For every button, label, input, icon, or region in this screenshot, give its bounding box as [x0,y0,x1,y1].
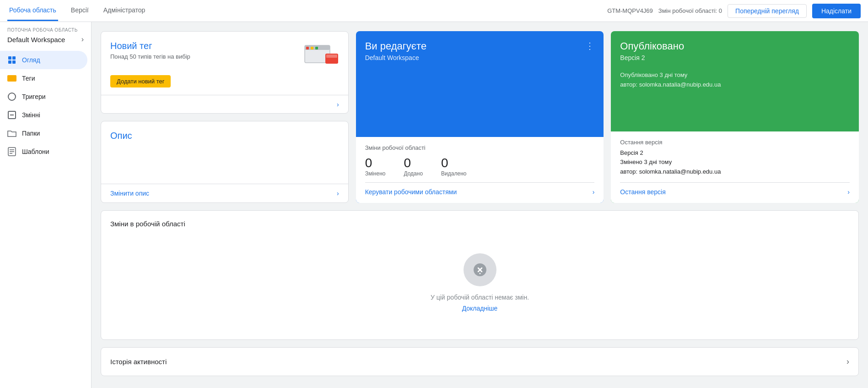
last-version-label: Остання версія [620,139,850,146]
new-tag-card: Новий тег Понад 50 типів тегів на вибір [101,31,349,114]
templates-icon [7,147,16,156]
svg-rect-16 [315,47,318,49]
sidebar-item-overview-label: Огляд [22,56,40,64]
last-version-arrow: › [847,188,850,196]
sidebar-item-variables-label: Змінні [22,111,40,119]
changes-section: Зміни в робочій області У цій робочій об… [101,210,859,340]
sidebar-item-triggers[interactable]: Тригери [0,87,87,106]
change-description-label: Змінити опис [110,190,149,197]
folders-icon [7,129,16,138]
stat-deleted: 0 Видалено [441,156,466,177]
description-title: Опис [101,121,348,147]
top-cards-row: Новий тег Понад 50 типів тегів на вибір [101,31,859,203]
editing-card: Ви редагуєте Default Workspace ⋮ Зміни р… [356,31,604,203]
activity-arrow-icon: › [846,357,849,366]
editing-changes-label: Зміни робочої області [365,144,595,151]
published-version: Версія 2 [620,54,850,61]
stat-added-label: Додано [404,170,423,177]
manage-workspaces-link[interactable]: Керувати робочими областями › [365,182,595,196]
sidebar-item-templates[interactable]: Шаблони [0,142,87,161]
svg-rect-3 [12,60,16,64]
sidebar-item-overview[interactable]: Огляд [0,51,87,69]
stat-deleted-label: Видалено [441,170,466,177]
tags-icon [7,74,16,83]
published-meta-line1: Опубліковано 3 дні тому [620,71,850,80]
published-card-bottom: Остання версія Версія 2 Змінено 3 дні то… [611,131,859,203]
activity-section: Історія активності › [101,347,859,376]
svg-point-5 [8,93,16,100]
submit-button[interactable]: Надіслати [812,4,861,18]
stat-added: 0 Додано [404,156,423,177]
new-tag-card-top: Новий тег Понад 50 типів тегів на вибір [101,32,348,75]
svg-rect-4 [7,75,16,82]
stat-changed-label: Змінено [365,170,386,177]
manage-workspaces-arrow: › [593,188,595,196]
preview-button[interactable]: Попередній перегляд [728,4,807,18]
new-tag-subtitle: Понад 50 типів тегів на вибір [110,53,190,60]
sidebar-item-templates-label: Шаблони [22,148,49,155]
activity-row[interactable]: Історія активності › [110,357,849,366]
app-body: ПОТОЧНА РОБОЧА ОБЛАСТЬ Default Workspace… [0,22,868,388]
workspace-section: ПОТОЧНА РОБОЧА ОБЛАСТЬ Default Workspace… [0,22,91,47]
main-content: Новий тег Понад 50 типів тегів на вибір [92,22,868,388]
sidebar-item-variables[interactable]: Змінні [0,106,87,124]
stat-added-num: 0 [404,156,423,170]
published-meta: Опубліковано 3 дні тому автор: solomka.n… [620,71,850,90]
last-version-changed: Змінено 3 дні тому [620,158,850,167]
top-nav-actions: GTM-MQPV4J69 Змін робочої області: 0 Поп… [607,4,861,18]
sidebar-item-tags[interactable]: Теги [0,69,87,87]
sidebar: ПОТОЧНА РОБОЧА ОБЛАСТЬ Default Workspace… [0,22,92,388]
tag-illustration [302,41,339,70]
svg-rect-0 [8,56,11,60]
changes-empty-text: У цій робочій області немає змін. [431,294,529,301]
activity-title: Історія активності [110,358,167,366]
workspace-label-text: ПОТОЧНА РОБОЧА ОБЛАСТЬ [7,27,84,33]
editing-card-bottom: Зміни робочої області 0 Змінено 0 Додано… [356,137,604,203]
last-version-num: Версія 2 [620,148,850,158]
top-navigation: Робоча область Версії Адміністратор GTM-… [0,0,868,22]
tab-workspace[interactable]: Робоча область [7,0,58,21]
description-link-row[interactable]: Змінити опис › [101,184,348,202]
svg-rect-2 [8,60,11,64]
editing-workspace-name: Default Workspace [365,54,426,61]
new-tag-arrow-icon: › [337,101,339,108]
changes-count-label: Змін робочої області: 0 [658,7,722,14]
sidebar-nav: Огляд Теги Тригери Змінні [0,51,91,161]
published-title: Опубліковано [620,40,850,52]
tab-versions[interactable]: Версії [69,0,91,21]
add-new-tag-button[interactable]: Додати новий тег [110,75,171,87]
last-version-link[interactable]: Остання версія › [620,182,850,196]
stat-deleted-num: 0 [441,156,466,170]
description-card: Опис Змінити опис › [101,121,349,203]
chevron-right-icon: › [81,35,84,44]
sidebar-item-folders-label: Папки [22,130,40,137]
new-tag-btn-row: Додати новий тег [101,75,348,95]
manage-workspaces-label: Керувати робочими областями [365,188,457,196]
new-tag-card-link[interactable]: › [101,95,348,114]
editing-title: Ви редагуєте [365,40,426,52]
top-nav-tabs: Робоча область Версії Адміністратор [7,0,147,21]
editing-card-top: Ви редагуєте Default Workspace ⋮ [356,31,604,137]
gtm-id-label: GTM-MQPV4J69 [607,7,653,14]
triggers-icon [7,92,16,101]
published-card-top: Опубліковано Версія 2 Опубліковано 3 дні… [611,31,859,131]
stat-changed-num: 0 [365,156,386,170]
new-tag-text: Новий тег Понад 50 типів тегів на вибір [110,41,190,60]
learn-more-link[interactable]: Докладніше [462,305,498,312]
changes-section-title: Зміни в робочій області [110,220,849,228]
workspace-selector[interactable]: Default Workspace › [7,35,84,44]
tab-admin[interactable]: Адміністратор [102,0,147,21]
more-options-icon[interactable]: ⋮ [585,40,594,51]
published-card: Опубліковано Версія 2 Опубліковано 3 дні… [611,31,859,203]
sidebar-item-folders[interactable]: Папки [0,124,87,142]
overview-icon [7,55,16,65]
stat-changed: 0 Змінено [365,156,386,177]
svg-rect-18 [326,55,337,58]
changes-empty-state: У цій робочій області немає змін. Доклад… [110,235,849,330]
svg-rect-15 [311,47,313,49]
sidebar-item-tags-label: Теги [22,75,35,82]
new-tag-title: Новий тег [110,41,190,51]
description-arrow-icon: › [337,190,339,197]
left-cards-column: Новий тег Понад 50 типів тегів на вибір [101,31,349,203]
empty-state-icon [464,253,496,286]
